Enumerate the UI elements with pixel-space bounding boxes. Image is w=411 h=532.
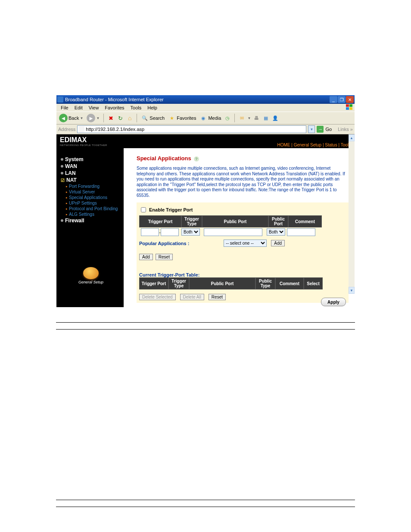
media-button[interactable]: ◉Media bbox=[199, 114, 222, 122]
nav-status[interactable]: Status bbox=[325, 143, 337, 147]
address-url: http://192.168.2.1/index.asp bbox=[86, 127, 144, 132]
public-type-select[interactable]: Both bbox=[267, 228, 285, 236]
sidebar-sub-upnp[interactable]: ▸UPnP Settings bbox=[61, 200, 121, 206]
input-table-header: Trigger Port Trigger Type Public Port Pu… bbox=[139, 215, 346, 227]
sidebar-item-system[interactable]: System bbox=[61, 156, 121, 163]
vertical-scrollbar[interactable]: ▲ ▼ bbox=[349, 134, 355, 294]
nav-general-setup[interactable]: General Setup bbox=[294, 143, 322, 147]
menu-view[interactable]: View bbox=[86, 105, 102, 111]
brand-header: EDIMAX NETWORKING PEOPLE TOGETHER HOME |… bbox=[56, 134, 355, 148]
nav-home[interactable]: HOME bbox=[277, 143, 290, 147]
hr-1 bbox=[56, 322, 355, 323]
trigger-port-end-input[interactable] bbox=[161, 228, 179, 236]
favorites-label: Favorites bbox=[177, 115, 196, 121]
current-table-title: Current Trigger-Port Table: bbox=[139, 272, 346, 277]
back-button[interactable]: ◄Back▼ bbox=[58, 113, 84, 123]
page-description: Some applications require multiple conne… bbox=[137, 166, 349, 198]
favorites-button[interactable]: ★Favorites bbox=[167, 114, 197, 122]
stop-button[interactable]: ✖ bbox=[107, 114, 115, 122]
apply-button[interactable]: Apply bbox=[321, 298, 346, 306]
comment-input[interactable] bbox=[287, 228, 315, 236]
menu-help[interactable]: Help bbox=[145, 105, 160, 111]
page-title: Special Applications bbox=[137, 155, 191, 162]
input-table-row: - Both Both bbox=[139, 227, 346, 237]
forward-button[interactable]: ►▼ bbox=[86, 113, 100, 123]
address-bar: Address http://192.168.2.1/index.asp ▼ →… bbox=[56, 124, 355, 134]
window-titlebar: Broadband Router - Microsoft Internet Ex… bbox=[56, 95, 355, 104]
globe-icon bbox=[83, 267, 99, 279]
search-label: Search bbox=[149, 115, 165, 121]
top-nav: HOME | General Setup | Status | Tool bbox=[277, 143, 349, 147]
sidebar-sub-alg[interactable]: ▸ALG Settings bbox=[61, 212, 121, 217]
sidebar-sub-special-applications[interactable]: ▸Special Applications bbox=[61, 195, 121, 200]
menu-tools[interactable]: Tools bbox=[128, 105, 144, 111]
window-title: Broadband Router - Microsoft Internet Ex… bbox=[65, 97, 164, 102]
history-button[interactable]: ◷ bbox=[224, 114, 231, 122]
go-label: Go bbox=[325, 127, 332, 132]
address-label: Address bbox=[58, 127, 75, 132]
sidebar-item-lan[interactable]: LAN bbox=[61, 170, 121, 177]
popular-add-button[interactable]: Add bbox=[271, 240, 285, 246]
nav-tool[interactable]: Tool bbox=[341, 143, 349, 147]
sidebar: System WAN LAN ☑NAT ▸Port Forwarding ▸Vi… bbox=[56, 148, 124, 307]
close-button[interactable]: ✕ bbox=[346, 96, 354, 103]
toolbar: ◄Back▼ ►▼ ✖ ↻ ⌂ 🔍Search ★Favorites ◉Medi… bbox=[56, 112, 355, 124]
back-label: Back bbox=[68, 115, 79, 121]
home-button[interactable]: ⌂ bbox=[126, 114, 134, 122]
sidebar-sub-protocol-port-binding[interactable]: ▸Protocol and Port Binding bbox=[61, 206, 121, 212]
search-button[interactable]: 🔍Search bbox=[140, 114, 165, 122]
sidebar-sub-port-forwarding[interactable]: ▸Port Forwarding bbox=[61, 184, 121, 189]
sidebar-item-firewall[interactable]: Firewall bbox=[61, 217, 121, 224]
help-icon[interactable]: ? bbox=[194, 156, 199, 162]
scroll-track[interactable] bbox=[349, 141, 355, 287]
address-input[interactable]: http://192.168.2.1/index.asp bbox=[77, 125, 306, 133]
hr-2 bbox=[56, 329, 355, 330]
popular-apps-select[interactable]: -- select one -- bbox=[224, 240, 267, 247]
links-label[interactable]: Links » bbox=[338, 127, 353, 132]
menu-favorites[interactable]: Favorites bbox=[102, 105, 127, 111]
enable-trigger-port-label: Enable Trigger Port bbox=[149, 207, 193, 212]
delete-all-button[interactable]: Delete All bbox=[180, 294, 204, 300]
menu-edit[interactable]: Edit bbox=[72, 105, 85, 111]
config-area: Enable Trigger Port Trigger Port Trigger… bbox=[137, 202, 349, 303]
trigger-type-select[interactable]: Both bbox=[181, 228, 200, 236]
current-table-header: Trigger Port Trigger Type Public Port Pu… bbox=[139, 277, 346, 289]
menubar: File Edit View Favorites Tools Help bbox=[56, 104, 355, 112]
hr-4 bbox=[56, 506, 355, 507]
svg-rect-1 bbox=[349, 104, 352, 107]
sidebar-item-wan[interactable]: WAN bbox=[61, 163, 121, 170]
trigger-port-start-input[interactable] bbox=[141, 228, 159, 236]
scroll-down-button[interactable]: ▼ bbox=[349, 287, 355, 294]
mail-button[interactable]: ✉ bbox=[238, 114, 246, 122]
public-port-input[interactable] bbox=[204, 228, 262, 236]
sidebar-sub-virtual-server[interactable]: ▸Virtual Server bbox=[61, 189, 121, 195]
page-icon bbox=[78, 126, 84, 132]
add-button[interactable]: Add bbox=[139, 254, 153, 260]
address-dropdown[interactable]: ▼ bbox=[308, 125, 315, 133]
svg-rect-3 bbox=[349, 107, 352, 110]
go-button[interactable]: → bbox=[317, 126, 324, 133]
popular-apps-label: Popular Applications : bbox=[139, 241, 189, 246]
refresh-button[interactable]: ↻ bbox=[116, 114, 124, 122]
svg-rect-0 bbox=[346, 104, 349, 107]
sidebar-item-nat[interactable]: ☑NAT bbox=[61, 177, 121, 184]
ie-icon bbox=[57, 96, 63, 103]
scroll-up-button[interactable]: ▲ bbox=[349, 134, 355, 141]
svg-rect-2 bbox=[346, 107, 349, 110]
print-button[interactable]: 🖶 bbox=[252, 114, 260, 122]
hr-3 bbox=[56, 499, 355, 500]
windows-logo-icon bbox=[346, 104, 353, 110]
brand-tagline: NETWORKING PEOPLE TOGETHER bbox=[60, 144, 107, 146]
menu-file[interactable]: File bbox=[58, 105, 71, 111]
reset-table-button[interactable]: Reset bbox=[209, 294, 226, 300]
messenger-button[interactable]: 👤 bbox=[271, 114, 279, 122]
maximize-button[interactable]: ❐ bbox=[338, 96, 346, 103]
main-panel: Special Applications ? Some applications… bbox=[124, 148, 355, 307]
edit-button[interactable]: ▦ bbox=[262, 114, 270, 122]
enable-trigger-port-checkbox[interactable] bbox=[141, 207, 146, 212]
brand-logo: EDIMAX bbox=[60, 136, 107, 144]
minimize-button[interactable]: _ bbox=[330, 96, 337, 103]
delete-selected-button[interactable]: Delete Selected bbox=[139, 294, 176, 300]
sidebar-caption: General Setup bbox=[61, 280, 121, 284]
reset-button[interactable]: Reset bbox=[156, 254, 173, 260]
